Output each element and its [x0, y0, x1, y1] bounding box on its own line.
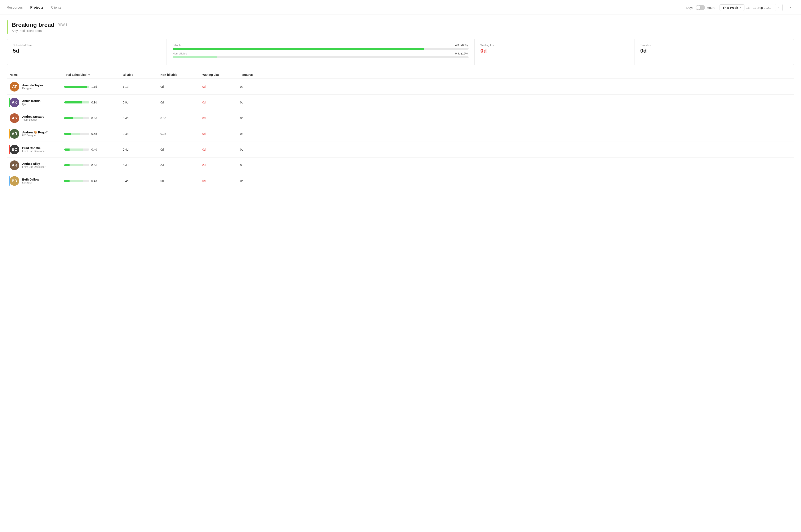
scheduled-cell: 1.1d	[64, 85, 123, 89]
billable-val: 0.4d	[123, 116, 160, 120]
scheduled-value: 5d	[13, 48, 161, 54]
person-role: Front End Developer	[22, 166, 45, 168]
person-role: QA	[22, 102, 40, 106]
tentative-val: 0d	[240, 101, 273, 104]
chevron-right-icon: ›	[790, 6, 791, 9]
waiting-value: 0d	[480, 48, 628, 54]
avatar: AK	[9, 98, 19, 107]
billable-val: 0.4d	[123, 148, 160, 151]
top-nav: Resources Projects Clients Days Hours Th…	[0, 0, 801, 15]
table-body: AT Amanda Taylor Designer 1.1d 1.1d 0d 0…	[7, 79, 794, 189]
mini-bar-green	[64, 133, 71, 135]
col-nonbillable: Non-billable	[160, 73, 202, 76]
nonbillable-val: 0d	[160, 148, 202, 151]
person-cell: AR Anthea Riley Front End Developer	[9, 160, 64, 170]
tab-projects[interactable]: Projects	[30, 6, 43, 12]
billable-val: 0.4d	[123, 179, 160, 183]
mini-bar-track	[64, 164, 89, 166]
person-cell: AR Andrew 🎨 Rogoff UX Designer	[9, 129, 64, 139]
scheduled-label: Scheduled Time	[13, 43, 161, 47]
mini-bar-light	[70, 180, 83, 182]
scheduled-time-card: Scheduled Time 5d	[7, 39, 167, 65]
person-name: Amanda Taylor	[22, 83, 43, 87]
scheduled-cell: 0.9d	[64, 101, 123, 104]
mini-bar-green	[64, 149, 70, 151]
nonbillable-bar-fill	[173, 56, 217, 58]
days-hours-toggle[interactable]	[695, 5, 705, 10]
person-cell: BC Brad Christie Front End Developer	[9, 145, 64, 154]
col-waiting: Waiting List	[202, 73, 240, 76]
person-cell: AT Amanda Taylor Designer	[9, 82, 64, 92]
table-row: AR Andrew 🎨 Rogoff UX Designer 0.6d 0.4d…	[7, 126, 794, 142]
avatar-wrap: AR	[9, 129, 19, 139]
person-cell: BD Beth Dallow Designer	[9, 176, 64, 186]
avatar-accent	[9, 129, 9, 139]
week-selector: This Week ∨ 13 – 19 Sep 2021	[720, 4, 771, 11]
nonbillable-val: 0d	[160, 164, 202, 167]
waiting-label: Waiting List	[480, 43, 628, 47]
tentative-val: 0d	[240, 164, 273, 167]
mini-bar-green	[64, 164, 70, 166]
tentative-val: 0d	[240, 179, 273, 183]
scheduled-cell: 0.9d	[64, 116, 123, 120]
project-title-block: Breaking bread BB61 Ardy Productions Ext…	[12, 22, 68, 33]
tentative-val: 0d	[240, 148, 273, 151]
person-role: Designer	[22, 87, 43, 90]
sort-icon[interactable]: ▼	[88, 73, 91, 76]
table-row: AR Anthea Riley Front End Developer 0.4d…	[7, 157, 794, 173]
person-role: UX Designer	[22, 134, 47, 137]
nonbillable-val: 0d	[160, 179, 202, 183]
mini-bar-track	[64, 86, 89, 88]
days-hours-toggle-row: Days Hours	[686, 5, 715, 10]
avatar-wrap: AT	[9, 82, 19, 92]
mini-bar-light	[73, 117, 83, 119]
avatar-accent	[9, 176, 9, 186]
tab-resources[interactable]: Resources	[7, 6, 23, 12]
waiting-val: 0d	[202, 179, 240, 183]
mini-bar-track	[64, 101, 89, 103]
waiting-val: 0d	[202, 164, 240, 167]
table-row: AK Abbie Korbis QA 0.9d 0.9d 0d 0d 0d	[7, 95, 794, 110]
avatar-wrap: AR	[9, 160, 19, 170]
table-row: AS Andrea Stewart Team Leader 0.9d 0.4d …	[7, 110, 794, 126]
table-header: Name Total Scheduled ▼ Billable Non-bill…	[7, 71, 794, 79]
total-val: 0.9d	[91, 116, 97, 120]
billable-bar-fill	[173, 48, 424, 50]
scheduled-cell: 0.4d	[64, 148, 123, 151]
prev-week-button[interactable]: ‹	[775, 4, 783, 11]
mini-bar-track	[64, 133, 89, 135]
team-table: Name Total Scheduled ▼ Billable Non-bill…	[7, 71, 794, 189]
billable-val: 0.4d	[123, 132, 160, 135]
days-label: Days	[686, 6, 693, 10]
person-name: Beth Dallow	[22, 178, 39, 181]
billable-val: 0.4d	[123, 164, 160, 167]
col-billable: Billable	[123, 73, 160, 76]
chevron-left-icon: ‹	[778, 6, 779, 9]
project-subtitle: Ardy Productions Extra	[12, 29, 68, 33]
table-row: BC Brad Christie Front End Developer 0.4…	[7, 142, 794, 157]
tentative-val: 0d	[240, 116, 273, 120]
tentative-val: 0d	[240, 85, 273, 89]
person-role: Team Leader	[22, 118, 44, 121]
mini-bar-track	[64, 180, 89, 182]
avatar-accent	[9, 98, 9, 107]
total-val: 1.1d	[91, 85, 97, 89]
project-title: Breaking bread BB61	[12, 22, 68, 28]
mini-bar-track	[64, 117, 89, 119]
table-row: BD Beth Dallow Designer 0.4d 0.4d 0d 0d …	[7, 173, 794, 189]
table-row: AT Amanda Taylor Designer 1.1d 1.1d 0d 0…	[7, 79, 794, 95]
total-val: 0.4d	[91, 164, 97, 167]
avatar-wrap: BD	[9, 176, 19, 186]
project-accent-bar	[7, 20, 8, 34]
person-cell: AS Andrea Stewart Team Leader	[9, 113, 64, 123]
person-role: Designer	[22, 181, 39, 184]
next-week-button[interactable]: ›	[787, 4, 794, 11]
date-range: 13 – 19 Sep 2021	[746, 6, 771, 10]
person-cell: AK Abbie Korbis QA	[9, 98, 64, 107]
billable-val: 1.1d	[123, 85, 160, 89]
this-week-button[interactable]: This Week ∨	[720, 4, 744, 11]
waiting-val: 0d	[202, 148, 240, 151]
avatar-accent	[9, 145, 9, 154]
tab-clients[interactable]: Clients	[51, 6, 61, 12]
mini-bar-light	[82, 101, 89, 103]
